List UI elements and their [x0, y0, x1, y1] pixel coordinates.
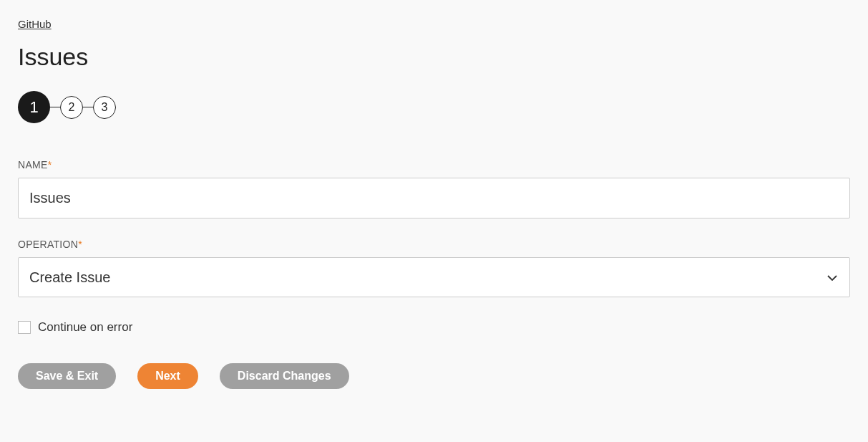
breadcrumb-link[interactable]: GitHub	[18, 18, 52, 30]
continue-on-error-checkbox[interactable]	[18, 321, 31, 334]
stepper: 1 2 3	[18, 91, 850, 123]
next-button[interactable]: Next	[137, 363, 198, 389]
step-1[interactable]: 1	[18, 91, 50, 123]
save-exit-button[interactable]: Save & Exit	[18, 363, 116, 389]
name-label-text: NAME	[18, 159, 48, 170]
step-3[interactable]: 3	[93, 96, 116, 119]
operation-label-text: OPERATION	[18, 239, 78, 250]
name-input[interactable]	[18, 178, 850, 218]
step-2[interactable]: 2	[60, 96, 83, 119]
step-connector	[50, 107, 60, 108]
operation-select[interactable]: Create Issue	[18, 257, 850, 297]
operation-label: OPERATION*	[18, 239, 850, 250]
button-row: Save & Exit Next Discard Changes	[18, 363, 850, 389]
continue-on-error-label: Continue on error	[38, 320, 132, 335]
name-field-group: NAME*	[18, 159, 850, 218]
required-indicator: *	[48, 159, 52, 170]
step-connector	[83, 107, 93, 108]
name-label: NAME*	[18, 159, 850, 170]
required-indicator: *	[78, 239, 82, 250]
discard-changes-button[interactable]: Discard Changes	[220, 363, 349, 389]
operation-field-group: OPERATION* Create Issue	[18, 239, 850, 297]
operation-select-wrapper: Create Issue	[18, 257, 850, 297]
continue-on-error-row: Continue on error	[18, 320, 850, 335]
page-title: Issues	[18, 43, 850, 71]
